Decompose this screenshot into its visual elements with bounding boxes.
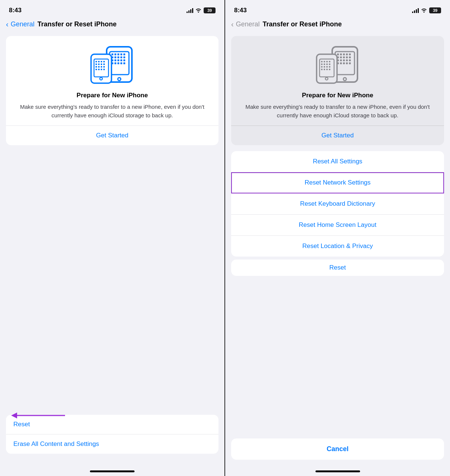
svg-rect-31 (101, 63, 102, 65)
svg-rect-70 (324, 61, 325, 62)
right-panel: 8:43 39 ‹ General Transfer or Reset iPho… (225, 0, 450, 476)
left-phone-transfer-icon (88, 45, 136, 86)
left-erase-button[interactable]: Erase All Content and Settings (6, 434, 218, 454)
svg-rect-27 (101, 61, 102, 62)
svg-rect-26 (98, 61, 100, 62)
svg-rect-79 (326, 66, 328, 68)
svg-rect-3 (114, 53, 116, 55)
svg-rect-46 (337, 53, 339, 55)
svg-point-66 (343, 78, 346, 81)
svg-rect-53 (343, 56, 345, 58)
reset-home-screen-layout-button[interactable]: Reset Home Screen Layout (231, 215, 444, 236)
right-back-chevron-icon[interactable]: ‹ (231, 20, 234, 29)
svg-rect-58 (343, 59, 345, 61)
svg-rect-25 (95, 61, 97, 62)
left-signal-icon (187, 8, 193, 13)
svg-rect-35 (101, 66, 102, 68)
svg-rect-20 (120, 62, 122, 64)
svg-rect-54 (346, 56, 348, 58)
right-status-bar: 8:43 39 (225, 0, 450, 19)
svg-rect-75 (326, 63, 328, 65)
svg-rect-82 (324, 69, 325, 70)
right-cancel-section: Cancel (231, 438, 444, 460)
svg-rect-81 (321, 69, 323, 70)
svg-rect-32 (103, 63, 105, 65)
left-bottom-card: Reset Erase All Content and Settings (6, 415, 218, 454)
left-status-icons: 39 (187, 7, 216, 14)
right-partial-reset-button[interactable]: Reset (231, 260, 444, 276)
right-cancel-card: Cancel (231, 438, 444, 460)
svg-rect-78 (324, 66, 325, 68)
left-prepare-desc: Make sure everything's ready to transfer… (13, 103, 211, 120)
right-transfer-svg (314, 45, 362, 86)
svg-rect-64 (346, 62, 348, 64)
left-prepare-title: Prepare for New iPhone (77, 92, 148, 99)
svg-rect-57 (340, 59, 342, 61)
reset-all-settings-button[interactable]: Reset All Settings (231, 151, 444, 172)
svg-rect-80 (329, 66, 330, 68)
left-back-chevron-icon[interactable]: ‹ (6, 20, 9, 29)
svg-rect-4 (117, 53, 119, 55)
left-panel: 8:43 39 ‹ General Transfer or Reset iPho… (0, 0, 225, 476)
right-wifi-icon (421, 7, 427, 14)
right-prepare-desc: Make sure everything's ready to transfer… (239, 103, 437, 120)
reset-location-privacy-button[interactable]: Reset Location & Privacy (231, 236, 444, 257)
right-signal-icon (412, 8, 419, 13)
svg-rect-76 (329, 63, 330, 65)
svg-rect-72 (329, 61, 330, 62)
right-cancel-button[interactable]: Cancel (231, 438, 444, 460)
svg-rect-65 (349, 62, 351, 64)
svg-rect-47 (340, 53, 342, 55)
svg-rect-16 (123, 59, 125, 61)
svg-rect-49 (346, 53, 348, 55)
left-reset-button[interactable]: Reset (6, 415, 218, 434)
left-home-indicator (90, 470, 135, 472)
svg-point-22 (118, 78, 121, 81)
svg-rect-2 (111, 53, 113, 55)
svg-rect-71 (326, 61, 328, 62)
svg-rect-39 (101, 69, 102, 70)
right-prepare-title: Prepare for New iPhone (302, 92, 373, 99)
left-battery-icon: 39 (204, 7, 216, 13)
svg-rect-48 (343, 53, 345, 55)
right-battery-icon: 39 (429, 7, 441, 13)
svg-rect-38 (98, 69, 100, 70)
svg-rect-83 (326, 69, 328, 70)
left-nav-bar: ‹ General Transfer or Reset iPhone (0, 19, 224, 33)
svg-rect-10 (120, 56, 122, 58)
svg-rect-8 (114, 56, 116, 58)
svg-rect-18 (114, 62, 116, 64)
svg-rect-60 (349, 59, 351, 61)
right-home-indicator (315, 470, 360, 472)
left-status-bar: 8:43 39 (0, 0, 224, 19)
svg-rect-37 (95, 69, 97, 70)
svg-rect-84 (329, 69, 330, 70)
reset-network-settings-button[interactable]: Reset Network Settings (231, 172, 444, 193)
right-status-icons: 39 (412, 7, 441, 14)
right-nav-bar: ‹ General Transfer or Reset iPhone (225, 19, 450, 33)
svg-rect-21 (123, 62, 125, 64)
left-get-started-button[interactable]: Get Started (13, 126, 211, 145)
svg-rect-34 (98, 66, 100, 68)
right-back-label[interactable]: General (236, 20, 260, 28)
right-phone-transfer-icon (314, 45, 362, 86)
right-prepare-card: Prepare for New iPhone Make sure everyth… (231, 36, 444, 145)
svg-rect-73 (321, 63, 323, 65)
left-back-label[interactable]: General (11, 20, 35, 28)
svg-rect-55 (349, 56, 351, 58)
svg-rect-13 (114, 59, 116, 61)
svg-rect-77 (321, 66, 323, 68)
svg-rect-50 (349, 53, 351, 55)
left-transfer-svg (88, 45, 136, 86)
svg-rect-30 (98, 63, 100, 65)
right-partial-reset-card: Reset (231, 260, 444, 276)
reset-keyboard-dictionary-button[interactable]: Reset Keyboard Dictionary (231, 193, 444, 215)
svg-rect-19 (117, 62, 119, 64)
svg-rect-29 (95, 63, 97, 65)
svg-rect-52 (340, 56, 342, 58)
svg-rect-15 (120, 59, 122, 61)
svg-rect-62 (340, 62, 342, 64)
right-get-started-button[interactable]: Get Started (239, 126, 437, 145)
svg-rect-33 (95, 66, 97, 68)
svg-rect-74 (324, 63, 325, 65)
